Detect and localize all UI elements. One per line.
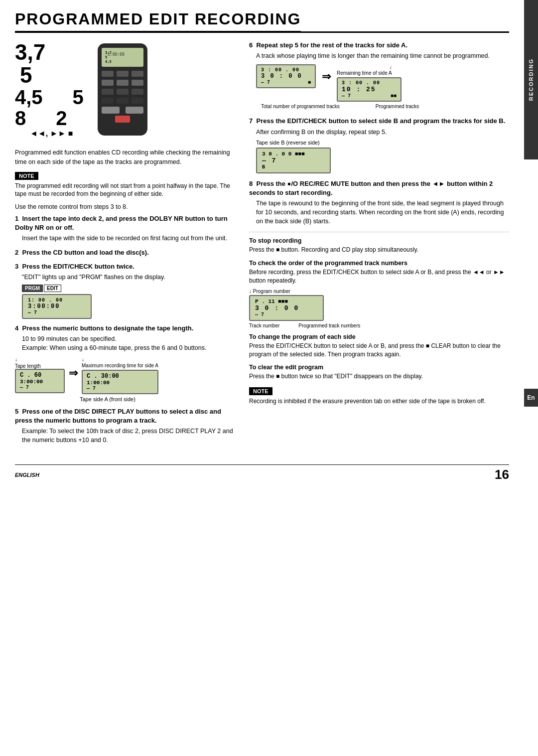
svg-rect-13 [132,98,143,104]
step-8: 8 Press the ●/O REC/REC MUTE button and … [249,179,509,226]
step-1: 1 Insert the tape into deck 2, and press… [15,214,234,243]
svg-rect-2 [102,71,114,77]
svg-rect-7 [132,80,143,86]
svg-rect-3 [117,71,129,77]
svg-rect-9 [117,89,129,95]
svg-rect-10 [132,89,143,95]
step7-lcd: 3 0 . 0 0 ■■■ — 7 B [256,148,331,173]
intro-text: Programmed edit function enables CD reco… [15,148,234,167]
total-tracks-label: Total number of programmed tracks [261,104,340,110]
remote-num-37: 3,7 [15,41,84,64]
note-text-1: The programmed edit recording will not s… [15,182,234,199]
note-label-1: NOTE [15,172,38,180]
svg-rect-15 [126,107,143,114]
svg-rect-11 [102,98,114,104]
step-3: 3 Press the EDIT/CHECK button twice. "ED… [15,262,234,319]
english-label: ENGLISH [15,472,39,478]
check-lcd: P . 11 ■■■ 3 0 : 0 0 — 7 [249,295,324,321]
right-column: 6 Repeat step 5 for the rest of the trac… [244,41,509,450]
svg-rect-8 [102,89,114,95]
use-remote-text: Use the remote control from steps 3 to 8… [15,203,234,210]
step-1-header: 1 Insert the tape into deck 2, and press… [15,214,234,232]
recording-tab-label: RECORDING [528,58,534,101]
en-tab-label: En [527,394,535,401]
step-7-num: 7 [249,117,253,125]
step-5-body: Example: To select the 10th track of dis… [22,427,234,445]
step-1-body: Insert the tape with the side to be reco… [22,234,234,243]
step-8-title: Press the ●/O REC/REC MUTE button and th… [249,180,493,196]
step-7-header: 7 Press the EDIT/CHECK button to select … [249,117,509,126]
tape-side-caption: Tape side A (front side) [80,396,234,402]
step-7: 7 Press the EDIT/CHECK button to select … [249,117,509,173]
svg-rect-16 [115,116,130,123]
edit-label: EDIT [44,285,61,292]
remaining-label: Remaining time of side A [337,70,392,76]
step-2-header: 2 Press the CD button and load the disc(… [15,248,234,257]
step-4-header: 4 Press the numeric buttons to designate… [15,324,234,333]
step-2-num: 2 [15,249,18,256]
sub-section-change: To change the program of each side Press… [249,333,509,359]
programmed-track-numbers-label: Programmed track numbers [298,323,360,328]
page-number: 16 [495,467,509,482]
step-4: 4 Press the numeric buttons to designate… [15,324,234,402]
remote-image: 3,7 5 4,5 1:00:00 [93,41,152,141]
step-6: 6 Repeat step 5 for the rest of the trac… [249,41,509,110]
step6-lcd-left: 3 : 00 . 00 3 0 : 0 0 — 7■ [256,64,316,88]
svg-rect-12 [117,98,129,104]
check-order-body: Before recording, press the EDIT/CHECK b… [249,268,509,286]
clear-program-title: To clear the edit program [249,364,509,371]
svg-text:5: 5 [105,55,107,59]
step-8-body: The tape is rewound to the beginning of … [256,199,509,226]
remote-num-5b: 5 [73,87,84,108]
step-5-header: 5 Press one of the DISC DIRECT PLAY butt… [15,407,234,425]
sub-section-clear: To clear the edit program Press the ■ bu… [249,364,509,381]
step-8-header: 8 Press the ●/O REC/REC MUTE button and … [249,179,509,197]
svg-rect-5 [102,80,114,86]
stop-recording-title: To stop recording [249,237,509,244]
note-text-2: Recording is inhibited if the erasure pr… [249,397,509,406]
tape-length-label: Tape length [15,363,41,369]
recording-tab: RECORDING [524,0,538,159]
step-8-num: 8 [249,180,253,187]
prgm-label: PRGM [22,285,43,292]
svg-text:1:00:00: 1:00:00 [108,52,125,57]
remote-num-5: 5 [20,64,84,87]
step-7-body: After confirming B on the display, repea… [256,128,509,137]
remote-num-2: 2 [56,108,67,129]
sub-section-stop: To stop recording Press the ■ button. Re… [249,237,509,254]
step-6-body: A track whose playing time is longer tha… [256,51,509,60]
change-program-title: To change the program of each side [249,333,509,340]
step-4-title: Press the numeric buttons to designate t… [22,324,193,332]
step-3-title: Press the EDIT/CHECK button twice. [22,263,134,270]
step3-lcd: 1: 00 . 00 3:00:00 — 7 [22,294,92,319]
program-number-label: Program number [253,289,290,294]
step-5-num: 5 [15,408,18,415]
remote-num-45: 4,5 [15,87,43,108]
step-3-header: 3 Press the EDIT/CHECK button twice. [15,262,234,271]
lcd-tape-right: C . 30:00 1:00:00 — 7 [82,370,158,394]
svg-rect-14 [102,107,120,114]
check-order-title: To check the order of the programmed tra… [249,260,509,267]
change-program-body: Press the EDIT/CHECK button to select si… [249,342,509,359]
max-rec-label: Maximum recording time for side A [82,363,158,368]
step-5-title: Press one of the DISC DIRECT PLAY button… [15,408,221,424]
step-4-body: 10 to 99 minutes can be specified. Examp… [22,334,234,352]
track-number-label: Track number [249,323,279,328]
programmed-tracks-label: Programmed tracks [376,104,419,110]
lcd-tape-left: C . 60 3:00:00 — 7 [15,369,65,393]
remote-num-8: 8 [15,108,26,129]
page-title: PROGRAMMED EDIT RECORDING [15,10,301,32]
svg-rect-4 [132,71,143,77]
step-2: 2 Press the CD button and load the disc(… [15,248,234,257]
clear-program-body: Press the ■ button twice so that "EDIT" … [249,372,509,381]
step-1-num: 1 [15,215,18,222]
step-3-num: 3 [15,263,18,270]
svg-rect-6 [117,80,129,86]
en-tab: En [524,389,538,407]
tape-b-label: Tape side B (reverse side) [256,140,509,146]
step-2-title: Press the CD button and load the disc(s)… [22,249,148,256]
sub-section-check: To check the order of the programmed tra… [249,260,509,328]
step-1-title: Insert the tape into deck 2, and press t… [15,215,228,231]
stop-recording-body: Press the ■ button. Recording and CD pla… [249,246,509,254]
step-6-num: 6 [249,41,253,49]
